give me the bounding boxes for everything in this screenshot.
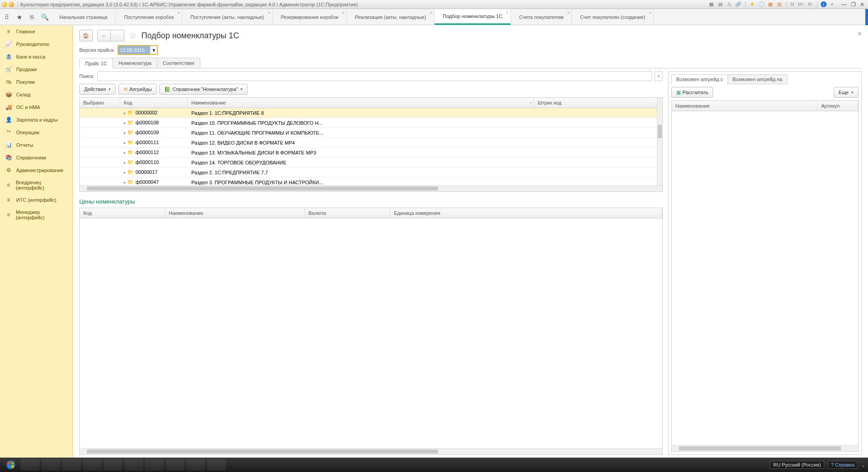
horizontal-scrollbar-3[interactable] xyxy=(672,445,858,451)
grid-icon[interactable]: ▦ xyxy=(708,1,715,8)
sidebar-item[interactable]: ⚙Администрирование xyxy=(0,164,72,177)
horizontal-scrollbar-2[interactable] xyxy=(80,448,662,454)
m-plus-label[interactable]: M+ xyxy=(797,1,805,8)
table-row[interactable]: ▸📁ф0000108 Раздел 10. ПРОГРАММНЫЕ ПРОДУК… xyxy=(80,118,662,128)
taskbar-item[interactable] xyxy=(124,459,143,471)
language-indicator[interactable]: RU Русский (Россия) xyxy=(770,461,824,469)
search-input[interactable] xyxy=(97,71,652,81)
col2-name[interactable]: Наименование xyxy=(165,208,305,218)
cal-icon[interactable]: ▥ xyxy=(776,1,783,8)
sidebar-item[interactable]: ≡ИТС (интерфейс) xyxy=(0,194,72,206)
sidebar-item[interactable]: 📊Отчеты xyxy=(0,139,72,151)
expand-icon[interactable]: ▸ xyxy=(124,150,126,155)
tab-close-icon[interactable]: × xyxy=(649,10,651,15)
col2-unit[interactable]: Единица измерения xyxy=(390,208,662,218)
subtab[interactable]: Номенклатура xyxy=(113,58,158,68)
start-button[interactable] xyxy=(3,459,19,471)
date-dropdown-button[interactable]: ▾ xyxy=(150,46,157,54)
table-row[interactable]: ▸📁00000017 Раздел 2. 1С:ПРЕДПРИЯТИЕ 7.7 xyxy=(80,168,662,177)
close-button[interactable]: ✕ xyxy=(858,1,866,8)
main-tab[interactable]: Резервирование коробок× xyxy=(273,9,347,25)
tab-close-icon[interactable]: × xyxy=(567,10,570,15)
star-icon[interactable]: ★ xyxy=(749,1,756,8)
table-row[interactable]: ▸📁00000002 Раздел 1. 1С:ПРЕДПРИЯТИЕ 8 xyxy=(80,108,662,118)
sidebar-item[interactable]: 📦Склад xyxy=(0,88,72,101)
sidebar-item[interactable]: 📚Справочники xyxy=(0,151,72,164)
reference-button[interactable]: 📗Справочник "Номенклатура"▾ xyxy=(159,84,248,95)
doc-icon[interactable]: ▤ xyxy=(717,1,724,8)
apps-icon[interactable]: ⠿ xyxy=(3,13,11,21)
search-icon[interactable]: 🔍 xyxy=(41,13,49,21)
main-tab[interactable]: Счет покупателю (создание)× xyxy=(572,9,654,25)
sidebar-item[interactable]: 🚚ОС и НМА xyxy=(0,101,72,113)
table-row[interactable]: ▸📁ф0000112 Раздел 13. МУЗЫКАЛЬНЫЕ ДИСКИ … xyxy=(80,148,662,158)
history-icon[interactable]: ⎘ xyxy=(28,13,36,21)
taskbar-item[interactable] xyxy=(62,459,81,471)
table-row[interactable]: ▸📁ф0000110 Раздел 14. ТОРГОВОЕ ОБОРУДОВА… xyxy=(80,158,662,168)
main-tab[interactable]: Поступление коробок× xyxy=(116,9,182,25)
main-tab[interactable]: Реализация (акты, накладные)× xyxy=(347,9,435,25)
taskbar-item[interactable] xyxy=(104,459,122,471)
info-caret[interactable]: ▾ xyxy=(828,1,836,8)
expand-icon[interactable]: ▸ xyxy=(124,160,126,165)
expand-icon[interactable]: ▸ xyxy=(124,180,126,185)
page-close-button[interactable]: × xyxy=(858,30,862,38)
expand-icon[interactable]: ▸ xyxy=(124,111,126,115)
taskbar-item[interactable] xyxy=(186,459,205,471)
taskbar-item[interactable] xyxy=(41,459,60,471)
tab-close-icon[interactable]: × xyxy=(506,10,509,15)
main-tab[interactable]: Счета покупателям× xyxy=(511,9,572,25)
col2-code[interactable]: Код xyxy=(80,208,165,218)
alert-icon[interactable]: ⚠ xyxy=(726,1,733,8)
col-code[interactable]: Код xyxy=(120,98,188,108)
sidebar-item[interactable]: 🏦Банк и касса xyxy=(0,50,72,63)
clock-icon[interactable]: 🕘 xyxy=(758,1,765,8)
table-row[interactable]: ▸📁ф0000047 Раздел 3. ПРОГРАММНЫЕ ПРОДУКТ… xyxy=(80,177,662,185)
favorite-icon[interactable]: ★ xyxy=(15,13,23,21)
vertical-scrollbar[interactable] xyxy=(657,98,662,191)
forward-button[interactable]: → xyxy=(111,30,124,41)
calculate-button[interactable]: ▦Рассчитать xyxy=(671,87,713,98)
favorite-star-icon[interactable]: ☆ xyxy=(129,30,137,41)
link-icon[interactable]: 🔗 xyxy=(735,1,742,8)
tab-close-icon[interactable]: × xyxy=(268,10,271,15)
actions-button[interactable]: Действия▾ xyxy=(79,84,116,95)
rcol-name[interactable]: Наименование xyxy=(672,101,818,111)
calc-icon[interactable]: ▦ xyxy=(767,1,774,8)
sidebar-item[interactable]: ≡Менеджер (интерфейс) xyxy=(0,206,72,223)
col-selected[interactable]: Выбрано xyxy=(80,98,120,108)
subtab[interactable]: Прайс 1С xyxy=(79,58,113,68)
sidebar-item[interactable]: ≡Внедренец (интерфейс) xyxy=(0,177,72,194)
version-date-input[interactable] xyxy=(118,46,150,54)
main-tab[interactable]: Подбор номенклатуры 1С× xyxy=(434,9,511,25)
expand-icon[interactable]: ▸ xyxy=(124,121,126,125)
sidebar-item[interactable]: 📈Руководителю xyxy=(0,38,72,50)
taskbar-item[interactable] xyxy=(83,459,102,471)
main-tab[interactable]: Поступление (акты, накладные)× xyxy=(182,9,273,25)
sidebar-item[interactable]: 👤Зарплата и кадры xyxy=(0,113,72,126)
table-row[interactable]: ▸📁ф0000109 Раздел 11. ОБУЧАЮЩИЕ ПРОГРАММ… xyxy=(80,128,662,138)
m-label[interactable]: M xyxy=(790,1,795,8)
search-clear-button[interactable]: × xyxy=(655,71,663,81)
horizontal-scrollbar[interactable] xyxy=(80,185,662,191)
taskbar-item[interactable] xyxy=(145,459,164,471)
sidebar-item[interactable]: ≡Главное xyxy=(0,25,72,38)
sidebar-item[interactable]: ᵀᴷОперации xyxy=(0,126,72,139)
tray-expand-icon[interactable]: ⌄ xyxy=(861,462,865,468)
sidebar-item[interactable]: 🛒Продажи xyxy=(0,63,72,76)
subtab[interactable]: Соответствия xyxy=(157,58,200,68)
taskbar-item[interactable] xyxy=(166,459,185,471)
taskbar-item[interactable] xyxy=(207,459,226,471)
right-tab[interactable]: Возможен апгрейд на xyxy=(728,74,787,84)
sidebar-item[interactable]: 🛍Покупки xyxy=(0,76,72,88)
more-button[interactable]: Еще▾ xyxy=(834,87,859,98)
m-minus-label[interactable]: M- xyxy=(807,1,814,8)
col-barcode[interactable]: Штрих код xyxy=(534,98,662,108)
main-tab[interactable]: Начальная страница xyxy=(51,9,116,25)
expand-icon[interactable]: ▸ xyxy=(124,131,126,135)
maximize-button[interactable]: ❐ xyxy=(849,1,857,8)
tab-close-icon[interactable]: × xyxy=(342,10,345,15)
tab-close-icon[interactable]: × xyxy=(177,10,180,15)
tab-close-icon[interactable]: × xyxy=(430,10,433,15)
minimize-button[interactable]: — xyxy=(840,1,848,8)
